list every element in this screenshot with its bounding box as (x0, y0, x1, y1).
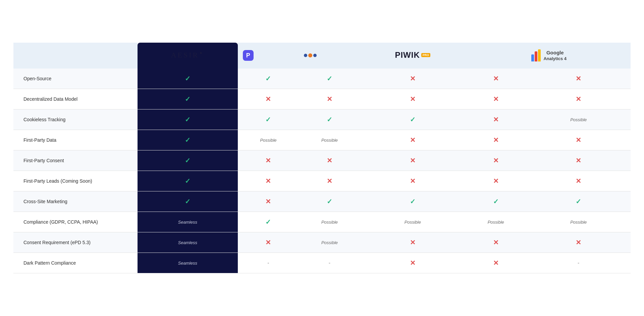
dash-text: - (267, 260, 269, 266)
table-row: Compliance (GDPR, CCPA, HIPAA)Seamless✓P… (13, 212, 631, 232)
aesir-cell: ✓ (138, 150, 238, 171)
plausible-column-header: P (238, 43, 299, 68)
aesir-cell: ✓ (138, 89, 238, 109)
plausible-cell: ✓ (238, 109, 299, 130)
cross-icon: ✕ (576, 239, 581, 246)
cross-icon: ✕ (327, 157, 332, 164)
piwik-cell: ✕ (360, 130, 465, 150)
ga4-cell: ✕ (526, 89, 631, 109)
ga4-bar3 (538, 49, 541, 61)
feature-label: First-Party Leads (Coming Soon) (13, 171, 138, 191)
cross-icon: ✕ (265, 95, 271, 103)
ga4-bar1 (531, 54, 534, 62)
feature-label: Decentralized Data Model (13, 89, 138, 109)
piwik-cell: ✕ (360, 89, 465, 109)
dash-text: - (329, 260, 330, 266)
dash-text: - (578, 260, 579, 266)
cross-icon: ✕ (493, 116, 499, 123)
cookiebot-cell: ✕ (465, 232, 526, 253)
cross-icon: ✕ (576, 95, 581, 103)
check-icon: ✓ (185, 75, 191, 82)
check-icon: ✓ (185, 116, 191, 123)
plausible-cell: ✕ (238, 89, 299, 109)
cross-icon: ✕ (493, 136, 499, 144)
cookiebot-cell: Possible (465, 212, 526, 232)
piwik-cell: ✕ (360, 69, 465, 89)
aesir-cell: Seamless (138, 232, 238, 253)
cross-icon: ✕ (327, 177, 332, 185)
cross-icon: ✕ (410, 75, 416, 82)
comparison-table: AESIR✦ P (13, 43, 631, 273)
possible-text: Possible (321, 138, 338, 143)
cross-icon: ✕ (576, 75, 581, 82)
ga4-logo: GoogleAnalytics 4 (531, 49, 626, 61)
table-row: Consent Requirement (ePD 5.3)Seamless✕Po… (13, 232, 631, 253)
check-icon: ✓ (185, 198, 191, 205)
table-row: First-Party Leads (Coming Soon)✓✕✕✕✕✕ (13, 171, 631, 191)
matomo-cell: ✓ (299, 109, 360, 130)
feature-label: Cross-Site Marketing (13, 191, 138, 212)
feature-label: Consent Requirement (ePD 5.3) (13, 232, 138, 253)
table-row: First-Party Data✓PossiblePossible✕✕✕ (13, 130, 631, 150)
table-body: Open-Source✓✓✓✕✕✕Decentralized Data Mode… (13, 69, 631, 273)
piwik-cell: ✓ (360, 109, 465, 130)
feature-label: First-Party Consent (13, 150, 138, 171)
possible-text: Possible (321, 220, 338, 225)
plausible-cell: - (238, 253, 299, 273)
ga4-cell: Possible (526, 212, 631, 232)
possible-text: Possible (570, 220, 587, 225)
feature-label: Dark Pattern Compliance (13, 253, 138, 273)
cross-icon: ✕ (410, 136, 416, 144)
possible-text: Possible (405, 220, 421, 225)
aesir-brand-name: AESIR✦ (171, 50, 205, 59)
ga4-cell: ✕ (526, 232, 631, 253)
cross-icon: ✕ (493, 157, 499, 164)
ga4-bar2 (535, 51, 537, 62)
cross-icon: ✕ (265, 177, 271, 185)
aesir-cell: ✓ (138, 171, 238, 191)
aesir-column-header: AESIR✦ (138, 43, 238, 68)
matomo-column-header (299, 43, 360, 68)
matomo-cell: - (299, 253, 360, 273)
matomo-dot3 (313, 54, 317, 57)
piwik-cell: ✕ (360, 253, 465, 273)
ga4-cell: ✕ (526, 130, 631, 150)
ga4-cell: - (526, 253, 631, 273)
aesir-cell: ✓ (138, 109, 238, 130)
possible-text: Possible (321, 240, 338, 245)
check-icon: ✓ (327, 198, 332, 205)
check-icon: ✓ (576, 198, 581, 205)
cross-icon: ✕ (410, 95, 416, 103)
possible-text: Possible (570, 117, 587, 122)
check-icon: ✓ (327, 75, 332, 82)
seamless-text: Seamless (178, 261, 197, 266)
cross-icon: ✕ (493, 239, 499, 246)
cookiebot-cell: ✕ (465, 109, 526, 130)
table-row: Cross-Site Marketing✓✕✓✓✓✓ (13, 191, 631, 212)
aesir-logo: AESIR✦ (143, 50, 233, 61)
ga4-brand-name: GoogleAnalytics 4 (543, 49, 567, 61)
possible-text: Possible (260, 138, 276, 143)
cross-icon: ✕ (576, 136, 581, 144)
cross-icon: ✕ (410, 177, 416, 185)
check-icon: ✓ (265, 75, 271, 82)
table-row: First-Party Consent✓✕✕✕✕✕ (13, 150, 631, 171)
cross-icon: ✕ (493, 75, 499, 82)
check-icon: ✓ (185, 95, 191, 103)
cookiebot-cell: ✕ (465, 253, 526, 273)
cross-icon: ✕ (410, 157, 416, 164)
cross-icon: ✕ (410, 259, 416, 267)
possible-text: Possible (488, 220, 504, 225)
cookiebot-cell: ✓ (465, 191, 526, 212)
matomo-logo (304, 53, 355, 57)
table-row: Dark Pattern ComplianceSeamless--✕✕- (13, 253, 631, 273)
cookiebot-cell: ✕ (465, 89, 526, 109)
piwik-cell: ✕ (360, 150, 465, 171)
cross-icon: ✕ (576, 157, 581, 164)
table-row: Decentralized Data Model✓✕✕✕✕✕ (13, 89, 631, 109)
plausible-cell: ✓ (238, 69, 299, 89)
cookiebot-cell: ✕ (465, 69, 526, 89)
cookiebot-cell: ✕ (465, 171, 526, 191)
matomo-cell: Possible (299, 212, 360, 232)
plausible-cell: ✕ (238, 191, 299, 212)
